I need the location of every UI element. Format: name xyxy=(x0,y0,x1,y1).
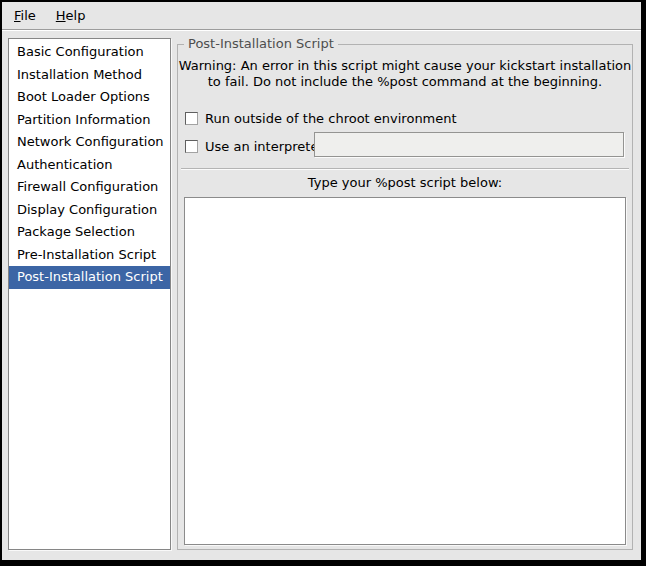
chroot-checkbox-row[interactable]: Run outside of the chroot environment xyxy=(185,110,457,126)
menu-file-label: ile xyxy=(21,8,36,23)
app-window: File Help Basic Configuration Installati… xyxy=(0,0,646,566)
chroot-checkbox-label[interactable]: Run outside of the chroot environment xyxy=(205,111,457,126)
menu-bar: File Help xyxy=(2,2,641,30)
sidebar-item-firewall-configuration[interactable]: Firewall Configuration xyxy=(9,176,170,199)
warning-text: Warning: An error in this script might c… xyxy=(178,58,632,90)
interpreter-checkbox-row[interactable]: Use an interpreter: xyxy=(185,138,328,154)
script-label: Type your %post script below: xyxy=(178,175,632,190)
sidebar-item-authentication[interactable]: Authentication xyxy=(9,154,170,177)
sidebar-item-pre-installation-script[interactable]: Pre-Installation Script xyxy=(9,244,170,267)
warning-line-2: to fail. Do not include the %post comman… xyxy=(178,74,632,90)
sidebar-item-partition-information[interactable]: Partition Information xyxy=(9,109,170,132)
post-installation-frame: Post-Installation Script Warning: An err… xyxy=(177,44,633,550)
sidebar-item-network-configuration[interactable]: Network Configuration xyxy=(9,131,170,154)
sidebar-item-basic-configuration[interactable]: Basic Configuration xyxy=(9,41,170,64)
frame-title: Post-Installation Script xyxy=(184,36,338,51)
menu-help-mnemonic: H xyxy=(56,8,66,23)
chroot-checkbox[interactable] xyxy=(185,112,198,125)
post-script-textarea[interactable] xyxy=(184,197,626,545)
interpreter-checkbox-label[interactable]: Use an interpreter: xyxy=(205,139,328,154)
menu-help-label: elp xyxy=(66,8,86,23)
sidebar-item-post-installation-script[interactable]: Post-Installation Script xyxy=(9,266,170,289)
separator-line xyxy=(181,168,629,170)
interpreter-checkbox[interactable] xyxy=(185,140,198,153)
window-content: File Help Basic Configuration Installati… xyxy=(2,2,641,560)
sidebar-item-installation-method[interactable]: Installation Method xyxy=(9,64,170,87)
menu-help[interactable]: Help xyxy=(46,4,96,27)
section-list: Basic Configuration Installation Method … xyxy=(8,38,171,550)
warning-line-1: Warning: An error in this script might c… xyxy=(178,58,632,74)
menu-file[interactable]: File xyxy=(4,4,46,27)
interpreter-input[interactable] xyxy=(314,132,624,157)
sidebar-item-boot-loader-options[interactable]: Boot Loader Options xyxy=(9,86,170,109)
sidebar-item-package-selection[interactable]: Package Selection xyxy=(9,221,170,244)
sidebar-item-display-configuration[interactable]: Display Configuration xyxy=(9,199,170,222)
